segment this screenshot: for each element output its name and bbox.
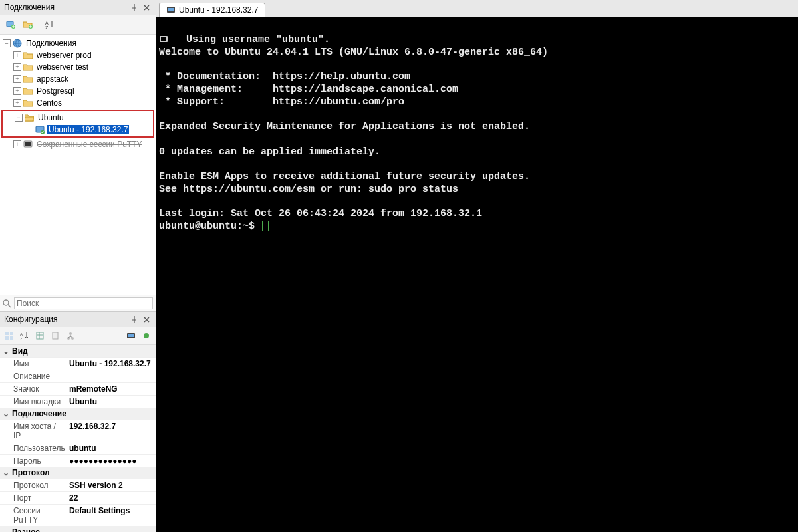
tree-item-label: Сохраненные сессии PuTTY	[35, 140, 144, 149]
prop-value[interactable]: Ubuntu - 192.168.32.7	[66, 358, 156, 370]
expander-icon[interactable]: +	[13, 140, 21, 148]
tree-root[interactable]: − Подключения	[1, 37, 154, 49]
prop-row[interactable]: Имя хоста / IP192.168.32.7	[0, 420, 156, 442]
pin-icon[interactable]	[129, 2, 140, 13]
terminal-line: Last login: Sat Oct 26 06:43:24 2024 fro…	[159, 208, 482, 219]
tree-folder[interactable]: + Centos	[1, 97, 154, 109]
expander-icon[interactable]: +	[13, 87, 21, 95]
terminal-blank	[159, 196, 165, 207]
close-icon[interactable]	[141, 2, 152, 13]
svg-rect-14	[10, 336, 13, 340]
prop-row[interactable]: Порт22	[0, 491, 156, 504]
folder-icon	[23, 74, 33, 84]
folder-icon	[23, 50, 33, 61]
tab-label: Ubuntu - 192.168.32.7	[179, 5, 258, 15]
terminal-line: Expanded Security Maintenance for Applic…	[159, 121, 530, 132]
categorized-icon[interactable]	[3, 329, 16, 342]
svg-rect-13	[5, 336, 9, 340]
tree-folder[interactable]: + Postgresql	[1, 85, 154, 97]
expander-icon[interactable]: +	[13, 75, 21, 83]
putty-icon	[23, 139, 33, 150]
prop-value[interactable]: ubuntu	[66, 442, 156, 454]
svg-text:A: A	[45, 21, 49, 25]
terminal-line: See https://ubuntu.com/esm or run: sudo …	[159, 184, 458, 195]
svg-point-24	[144, 333, 149, 338]
tree-item-label: Centos	[35, 98, 63, 108]
tree-folder-ubuntu[interactable]: − Ubuntu	[3, 112, 153, 124]
prop-row[interactable]: Описание	[0, 370, 156, 382]
prop-row[interactable]: ЗначокmRemoteNG	[0, 382, 156, 395]
tree-putty-sessions[interactable]: + Сохраненные сессии PuTTY	[1, 138, 154, 150]
terminal-line: * Management: https://landscape.canonica…	[159, 84, 458, 95]
connections-toolbar: AZ	[0, 15, 156, 35]
prop-value[interactable]: 192.168.32.7	[66, 420, 156, 442]
svg-rect-23	[128, 334, 134, 337]
alpha-sort-icon[interactable]: AZ	[18, 329, 31, 342]
tree-item-label: appstack	[35, 74, 70, 84]
connections-panel-header: Подключения	[0, 0, 156, 15]
tree-folder[interactable]: + webserver test	[1, 61, 154, 73]
terminal-blank	[159, 59, 165, 70]
tree-folder[interactable]: + appstack	[1, 73, 154, 85]
config-toolbar: AZ	[0, 327, 156, 345]
tab-icon	[166, 5, 176, 15]
prop-value[interactable]: Ubuntu	[66, 396, 156, 408]
prop-value[interactable]: Default Settings	[66, 505, 156, 526]
expander-icon[interactable]: +	[13, 63, 21, 71]
prop-value[interactable]: ●●●●●●●●●●●●●●	[66, 455, 156, 467]
sidebar: Подключения AZ − Подключения +	[0, 0, 156, 532]
prop-section-connection[interactable]: ⌄Подключение	[0, 408, 156, 420]
terminal-text: (GNU/Linux 6.8.0-47-generic x86_64)	[332, 47, 548, 58]
defaults-icon[interactable]	[49, 329, 62, 342]
prop-row[interactable]: ПротоколSSH version 2	[0, 479, 156, 491]
close-icon[interactable]	[141, 314, 152, 325]
prop-section-misc[interactable]: ⌄Разное	[0, 526, 156, 532]
terminal-text: Using username "ubuntu".	[168, 34, 330, 45]
pin-icon[interactable]	[129, 314, 140, 325]
svg-rect-18	[53, 332, 58, 339]
prop-key: Описание	[0, 370, 66, 382]
tree-folder[interactable]: + webserver prod	[1, 49, 154, 61]
svg-point-10	[3, 300, 9, 305]
prop-row[interactable]: ИмяUbuntu - 192.168.32.7	[0, 357, 156, 370]
svg-rect-12	[10, 332, 13, 335]
prop-row[interactable]: Пароль●●●●●●●●●●●●●●	[0, 454, 156, 467]
folder-icon	[23, 98, 33, 108]
folder-icon	[23, 62, 33, 72]
svg-point-19	[69, 332, 72, 335]
properties-icon[interactable]	[33, 329, 47, 342]
prop-section-label: Протокол	[12, 468, 50, 477]
prop-section-view[interactable]: ⌄Вид	[0, 345, 156, 357]
prop-value[interactable]: mRemoteNG	[66, 383, 156, 395]
terminal-line: Using username "ubuntu".	[159, 34, 330, 45]
terminal-blank	[159, 108, 165, 120]
expander-icon[interactable]: +	[13, 51, 21, 59]
prop-value[interactable]: 22	[66, 492, 156, 504]
expander-icon[interactable]: +	[13, 99, 21, 107]
expander-icon[interactable]: −	[15, 114, 23, 122]
terminal-blank	[159, 134, 165, 145]
tab-ubuntu-session[interactable]: Ubuntu - 192.168.32.7	[159, 3, 265, 17]
property-grid[interactable]: ⌄Вид ИмяUbuntu - 192.168.32.7 Описание З…	[0, 345, 156, 532]
prop-section-protocol[interactable]: ⌄Протокол	[0, 467, 156, 479]
expander-blank	[25, 126, 33, 134]
inheritance-icon[interactable]	[64, 329, 77, 342]
search-input[interactable]	[14, 297, 153, 309]
status-dot-icon[interactable]	[140, 329, 153, 342]
new-folder-icon[interactable]	[21, 18, 35, 31]
connections-panel-title: Подключения	[4, 3, 128, 12]
prop-value[interactable]: SSH version 2	[66, 479, 156, 491]
config-panel-title: Конфигурация	[4, 315, 128, 324]
tree-item-label: webserver test	[35, 63, 90, 72]
sort-icon[interactable]: AZ	[43, 18, 57, 31]
prop-value[interactable]	[66, 370, 156, 382]
new-connection-icon[interactable]	[4, 18, 17, 31]
expander-icon[interactable]: −	[3, 39, 11, 47]
prop-row[interactable]: Сессии PuTTYDefault Settings	[0, 504, 156, 526]
terminal[interactable]: Using username "ubuntu". Welcome to Ubun…	[156, 17, 798, 532]
tree-session-ubuntu[interactable]: Ubuntu - 192.168.32.7	[3, 124, 153, 136]
prop-row[interactable]: Пользовательubuntu	[0, 442, 156, 454]
connections-tree[interactable]: − Подключения + webserver prod + webserv…	[0, 35, 156, 295]
host-icon[interactable]	[124, 329, 138, 342]
prop-row[interactable]: Имя вкладкиUbuntu	[0, 395, 156, 408]
